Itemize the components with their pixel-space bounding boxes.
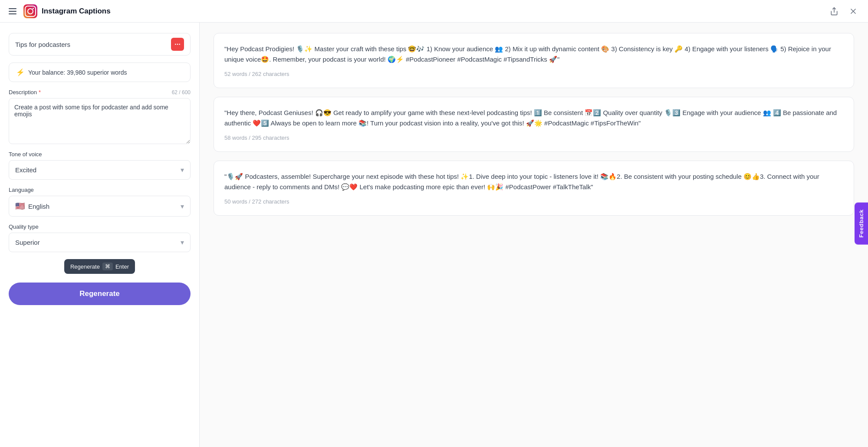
svg-point-2 <box>33 8 34 9</box>
language-value: English <box>28 203 49 210</box>
result-meta: 50 words / 272 characters <box>224 198 843 205</box>
feedback-tab[interactable]: Feedback <box>855 202 868 244</box>
description-label: Description * <box>9 89 41 95</box>
regenerate-button[interactable]: Regenerate <box>9 283 191 305</box>
result-text: "🎙️🚀 Podcasters, assemble! Supercharge y… <box>224 171 843 192</box>
chevron-down-icon: ▾ <box>181 202 184 210</box>
quality-dropdown[interactable]: Superior ▾ <box>9 233 191 252</box>
flag-icon: 🇺🇸 <box>15 201 25 211</box>
result-text: "Hey Podcast Prodigies! 🎙️✨ Master your … <box>224 44 843 65</box>
share-button[interactable] <box>828 5 840 17</box>
required-star: * <box>39 89 41 95</box>
quality-value: Superior <box>15 239 40 246</box>
svg-point-7 <box>175 44 176 45</box>
titlebar: Instagram Captions <box>0 0 868 23</box>
result-meta: 52 words / 262 characters <box>224 71 843 77</box>
search-input[interactable] <box>15 41 171 48</box>
language-label: Language <box>9 187 191 193</box>
chevron-down-icon: ▾ <box>181 166 184 174</box>
description-input[interactable] <box>9 98 191 144</box>
dots-icon[interactable] <box>171 38 184 51</box>
result-text: "Hey there, Podcast Geniuses! 🎧😎 Get rea… <box>224 108 843 128</box>
chevron-down-icon: ▾ <box>181 238 184 247</box>
balance-label: Your balance: 39,980 superior words <box>28 69 127 76</box>
language-dropdown[interactable]: 🇺🇸 English ▾ <box>9 196 191 217</box>
result-card: "Hey Podcast Prodigies! 🎙️✨ Master your … <box>214 33 854 88</box>
results-panel: "Hey Podcast Prodigies! 🎙️✨ Master your … <box>200 23 868 447</box>
titlebar-actions <box>828 5 859 17</box>
close-button[interactable] <box>847 5 859 17</box>
shortcut-key: ⌘ <box>102 263 113 270</box>
balance-bar: ⚡ Your balance: 39,980 superior words <box>9 62 191 82</box>
svg-point-9 <box>179 44 180 45</box>
tone-label: Tone of voice <box>9 151 191 158</box>
quality-section: Quality type Superior ▾ <box>9 224 191 252</box>
quality-label: Quality type <box>9 224 191 230</box>
result-card: "Hey there, Podcast Geniuses! 🎧😎 Get rea… <box>214 97 854 152</box>
tone-value: Excited <box>15 166 36 174</box>
result-card: "🎙️🚀 Podcasters, assemble! Supercharge y… <box>214 161 854 216</box>
description-section: Description * 62 / 600 <box>9 89 191 144</box>
lightning-icon: ⚡ <box>16 68 25 76</box>
tooltip-label: Regenerate <box>70 263 100 270</box>
enter-label: Enter <box>115 263 129 270</box>
char-count: 62 / 600 <box>172 89 191 95</box>
result-meta: 58 words / 295 characters <box>224 135 843 141</box>
instagram-logo-icon <box>23 4 37 18</box>
language-section: Language 🇺🇸 English ▾ <box>9 187 191 217</box>
tone-dropdown[interactable]: Excited ▾ <box>9 160 191 180</box>
main-content: ⚡ Your balance: 39,980 superior words De… <box>0 23 868 447</box>
tone-section: Tone of voice Excited ▾ <box>9 151 191 180</box>
description-header: Description * 62 / 600 <box>9 89 191 95</box>
sidebar: ⚡ Your balance: 39,980 superior words De… <box>0 23 200 447</box>
svg-point-8 <box>177 44 178 45</box>
regenerate-tooltip: Regenerate ⌘ Enter <box>64 259 135 274</box>
menu-button[interactable] <box>9 8 16 14</box>
search-bar <box>9 33 191 56</box>
app-title: Instagram Captions <box>42 7 828 16</box>
